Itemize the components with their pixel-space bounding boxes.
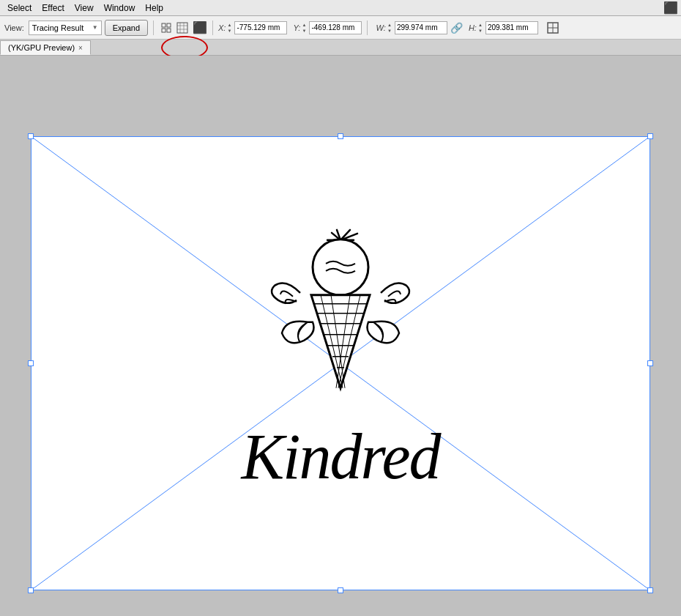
tab-bar: (YK/GPU Preview) × xyxy=(0,40,681,56)
w-down[interactable]: ▼ xyxy=(387,28,395,34)
svg-point-20 xyxy=(313,240,368,295)
handle-bottom-left[interactable] xyxy=(28,587,34,593)
y-down[interactable]: ▼ xyxy=(302,28,309,34)
transform-icon-1[interactable] xyxy=(159,21,174,35)
w-input[interactable]: 299.974 mm xyxy=(395,21,447,34)
transform-icons xyxy=(159,21,190,35)
x-input[interactable]: -775.129 mm xyxy=(234,21,287,34)
chain-link-icon[interactable]: 🔗 xyxy=(450,22,463,34)
y-up[interactable]: ▲ xyxy=(302,22,309,28)
tab-close-button[interactable]: × xyxy=(78,44,83,52)
align-icon[interactable] xyxy=(546,21,560,35)
y-coord-group: Y: ▲ ▼ -469.128 mm xyxy=(293,21,362,34)
y-label: Y: xyxy=(293,23,300,32)
handle-middle-right[interactable] xyxy=(647,360,653,366)
transform-icon-2[interactable] xyxy=(175,21,190,35)
w-up[interactable]: ▲ xyxy=(387,22,395,28)
kindred-text: Kindred xyxy=(201,425,480,489)
menu-view[interactable]: View xyxy=(70,1,98,15)
x-down[interactable]: ▼ xyxy=(227,28,234,34)
artwork: Kindred xyxy=(201,227,480,489)
y-input[interactable]: -469.128 mm xyxy=(309,21,362,34)
x-up[interactable]: ▲ xyxy=(227,22,234,28)
h-input[interactable]: 209.381 mm xyxy=(485,21,538,34)
svg-rect-1 xyxy=(167,23,171,27)
menu-help[interactable]: Help xyxy=(141,1,168,15)
h-label: H: xyxy=(469,23,477,32)
arrange-icon[interactable]: ⬛ xyxy=(193,21,207,35)
x-label: X: xyxy=(218,23,226,32)
tab-label: (YK/GPU Preview) xyxy=(8,43,75,52)
h-up[interactable]: ▲ xyxy=(478,22,485,28)
w-coord-group: W: ▲ ▼ 299.974 mm xyxy=(376,21,447,34)
handle-bottom-right[interactable] xyxy=(647,587,653,593)
svg-rect-3 xyxy=(167,29,171,32)
separator-1 xyxy=(153,21,154,35)
handle-middle-left[interactable] xyxy=(28,360,34,366)
h-coord-group: H: ▲ ▼ 209.381 mm xyxy=(469,21,538,34)
handle-top-middle[interactable] xyxy=(338,133,343,139)
handle-top-right[interactable] xyxy=(647,133,653,139)
handle-top-left[interactable] xyxy=(28,133,34,139)
menu-window[interactable]: Window xyxy=(100,1,140,15)
artboard: Kindred xyxy=(31,136,650,590)
svg-rect-2 xyxy=(162,29,165,32)
svg-rect-0 xyxy=(162,23,165,27)
document-tab[interactable]: (YK/GPU Preview) × xyxy=(0,40,91,55)
h-down[interactable]: ▼ xyxy=(478,28,485,34)
menu-bar: Select Effect View Window Help ⬛ xyxy=(0,0,681,16)
menu-select[interactable]: Select xyxy=(3,1,36,15)
canvas-area: Kindred xyxy=(0,56,681,616)
ice-cream-illustration xyxy=(253,227,428,432)
view-label: View: xyxy=(4,23,24,32)
x-coord-group: X: ▲ ▼ -775.129 mm xyxy=(218,21,287,34)
expand-button[interactable]: Expand xyxy=(105,20,148,36)
view-dropdown[interactable]: Tracing Result ▼ xyxy=(29,21,102,35)
menu-effect[interactable]: Effect xyxy=(37,1,68,15)
handle-bottom-middle[interactable] xyxy=(338,587,343,593)
w-label: W: xyxy=(376,23,385,32)
separator-3 xyxy=(367,21,368,35)
svg-rect-4 xyxy=(177,23,187,33)
dropdown-arrow: ▼ xyxy=(92,24,98,31)
separator-2 xyxy=(212,21,213,35)
toolbar: View: Tracing Result ▼ Expand ⬛ xyxy=(0,16,681,40)
